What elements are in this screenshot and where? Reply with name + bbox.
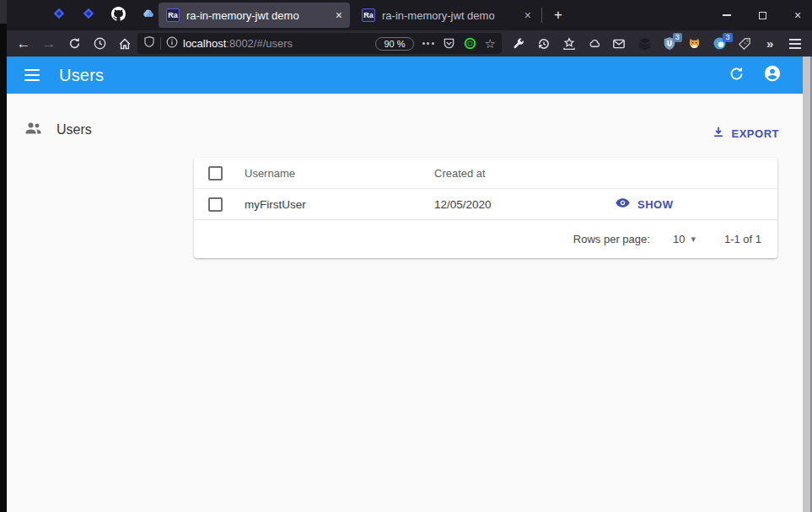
- url-text[interactable]: localhost:8002/#/users: [183, 37, 293, 50]
- column-header-username[interactable]: Username: [245, 167, 434, 180]
- table-row[interactable]: myFirstUser 12/05/2020 SHOW: [194, 189, 777, 220]
- toolbar-extensions: 3 3 »: [510, 30, 804, 57]
- blue-gem-icon: [51, 6, 67, 24]
- page-content: Users EXPORT Username Created at: [7, 94, 803, 512]
- page-actions-icon[interactable]: [422, 42, 434, 45]
- desktop-edge: [0, 0, 7, 512]
- screen: Ra ra-in-memory-jwt demo × Ra ra-in-memo…: [0, 0, 812, 512]
- show-button[interactable]: SHOW: [616, 197, 777, 211]
- tab-title: ra-in-memory-jwt demo: [186, 9, 331, 22]
- blue-drop-extension-icon[interactable]: 3: [712, 35, 729, 53]
- page-title: Users: [56, 122, 92, 137]
- close-window-icon[interactable]: ×: [788, 6, 807, 24]
- history-clock-icon[interactable]: [89, 30, 110, 57]
- cloud-icon: [140, 6, 155, 24]
- pocket-save-icon[interactable]: [443, 37, 455, 50]
- tab-active[interactable]: Ra ra-in-memory-jwt demo ×: [159, 3, 350, 28]
- export-label: EXPORT: [732, 127, 779, 140]
- ra-favicon: Ra: [166, 8, 180, 22]
- tab-close-icon[interactable]: ×: [336, 8, 342, 22]
- mail-extension-icon[interactable]: [610, 35, 627, 53]
- account-circle-icon[interactable]: [763, 64, 782, 86]
- forward-button[interactable]: →: [38, 30, 60, 57]
- extension-badge: 3: [723, 33, 732, 42]
- url-path: :8002/#/users: [226, 37, 293, 50]
- browser-window: Ra ra-in-memory-jwt demo × Ra ra-in-memo…: [7, 0, 812, 512]
- page-scrollbar[interactable]: [803, 57, 812, 512]
- tab-inactive[interactable]: Ra ra-in-memory-jwt demo ×: [354, 3, 539, 28]
- cell-username: myFirstUser: [245, 198, 434, 211]
- pagination-range: 1-1 of 1: [724, 233, 761, 245]
- app-bar: Users: [7, 57, 803, 94]
- window-controls: ×: [718, 0, 807, 30]
- pagination-bar: Rows per page: 10 ▾ 1-1 of 1: [194, 220, 777, 258]
- row-checkbox[interactable]: [208, 197, 223, 212]
- fox-extension-icon[interactable]: [686, 35, 703, 53]
- tab-separator: [541, 8, 542, 23]
- tag-extension-icon[interactable]: [736, 35, 753, 53]
- new-tab-button[interactable]: +: [548, 5, 568, 25]
- refresh-icon[interactable]: [729, 66, 745, 85]
- desktop-corner: [0, 0, 7, 24]
- home-button[interactable]: [114, 30, 136, 57]
- rows-per-page-label: Rows per page:: [573, 233, 650, 245]
- chevron-down-icon[interactable]: ▾: [691, 234, 696, 245]
- eye-icon: [616, 197, 630, 211]
- site-info-icon[interactable]: [166, 36, 178, 51]
- url-host: localhost: [183, 37, 226, 50]
- bookmark-tray-icon[interactable]: [561, 35, 578, 53]
- users-table-card: Username Created at myFirstUser 12/05/20…: [194, 158, 777, 258]
- table-header-row: Username Created at: [194, 158, 777, 189]
- layers-extension-icon[interactable]: [636, 35, 653, 53]
- shield-blocker-extension-icon[interactable]: 3: [661, 35, 678, 53]
- pinned-tab-gem2[interactable]: [74, 0, 103, 30]
- zoom-level-button[interactable]: 90 %: [375, 37, 413, 51]
- show-label: SHOW: [637, 198, 673, 211]
- tab-title: ra-in-memory-jwt demo: [382, 9, 519, 22]
- url-bar[interactable]: localhost:8002/#/users 90 % ☆: [137, 33, 502, 54]
- nav-toolbar: ← → localhost:8002/#/users 90 %: [7, 30, 812, 57]
- select-all-checkbox[interactable]: [208, 166, 223, 181]
- blue-gem-icon: [81, 6, 96, 24]
- pinned-tab-cloud[interactable]: [133, 0, 162, 30]
- green-target-extension-icon[interactable]: [464, 37, 476, 50]
- appbar-title: Users: [59, 66, 104, 85]
- tab-close-icon[interactable]: ×: [524, 8, 531, 22]
- page-viewport: Users Users: [7, 57, 812, 512]
- minimize-icon[interactable]: [718, 6, 736, 24]
- app-menu-icon[interactable]: [787, 35, 804, 53]
- github-icon: [111, 7, 126, 24]
- download-icon: [713, 126, 724, 141]
- overflow-chevron-icon[interactable]: »: [761, 35, 778, 53]
- export-button[interactable]: EXPORT: [713, 126, 779, 141]
- pinned-tab-gem1[interactable]: [45, 0, 73, 30]
- users-group-icon: [24, 120, 44, 140]
- session-restore-icon[interactable]: [535, 35, 552, 53]
- wrench-extension-icon[interactable]: [510, 35, 527, 53]
- back-button[interactable]: ←: [13, 30, 35, 57]
- page-heading: Users: [24, 120, 92, 140]
- pinned-tab-github[interactable]: [104, 0, 132, 30]
- shield-icon: [143, 35, 155, 51]
- extension-badge: 3: [673, 33, 682, 42]
- rows-per-page-select[interactable]: 10: [673, 233, 685, 245]
- column-header-created-at[interactable]: Created at: [434, 167, 616, 180]
- ra-favicon: Ra: [362, 8, 375, 22]
- cell-created-at: 12/05/2020: [434, 198, 616, 211]
- urlbar-separator: [160, 37, 161, 50]
- appbar-actions: [729, 64, 782, 86]
- maximize-icon[interactable]: [753, 6, 772, 24]
- cloud-extension-icon[interactable]: [585, 35, 602, 53]
- tab-bar: Ra ra-in-memory-jwt demo × Ra ra-in-memo…: [7, 0, 812, 30]
- bookmark-star-icon[interactable]: ☆: [485, 36, 496, 51]
- reload-button[interactable]: [63, 30, 85, 57]
- sidebar-toggle-icon[interactable]: [24, 69, 40, 81]
